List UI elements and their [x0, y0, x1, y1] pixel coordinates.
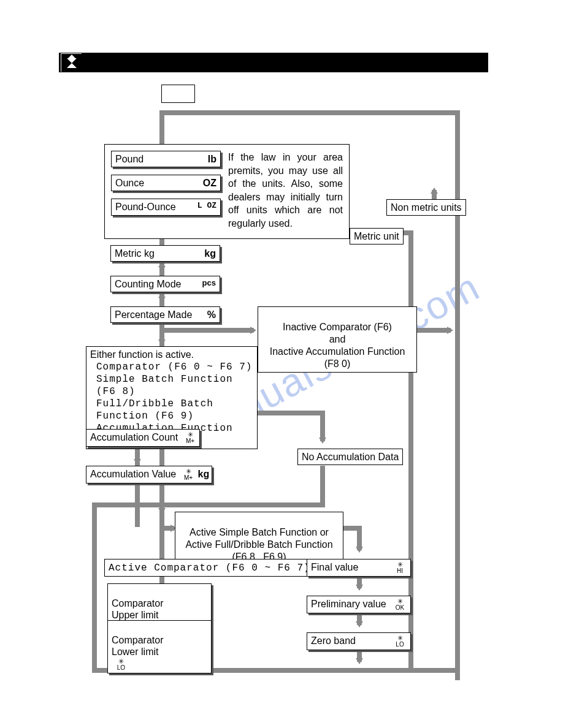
acc-value: Accumulation Value M+ kg [86, 466, 212, 483]
hi-icon-2: HI [393, 561, 407, 574]
unit-pound: Pound lb [111, 151, 221, 167]
unit-ounce-label: Ounce [115, 177, 144, 189]
small-empty-box [161, 85, 195, 103]
section-header-bar [59, 53, 488, 72]
page: manualshive.com [0, 0, 563, 728]
mplus-icon-2: M+ [182, 468, 195, 481]
kg-sym: kg [198, 469, 210, 479]
flowchart: Pound lb Ounce OZ Pound-Ounce L OZ [74, 110, 503, 692]
comp-lower: Comparator Lower limit LO [107, 620, 212, 673]
unit-counting-sym: pcs [202, 278, 216, 290]
units-info-box: Pound lb Ounce OZ Pound-Ounce L OZ [104, 144, 350, 239]
unit-pound-ounce: Pound-Ounce L OZ [111, 199, 221, 215]
units-info-text: If the law in your area premits, you may… [228, 151, 343, 230]
unit-percent: Percentage Made % [110, 306, 220, 323]
unit-counting-label: Counting Mode [115, 278, 182, 290]
unit-pound-ounce-sym: L OZ [197, 201, 216, 213]
inactive-functions: Inactive Comparator (F6) and Inactive Ac… [258, 306, 417, 373]
unit-percent-sym: % [207, 309, 216, 320]
active-comparator: Active Comparator (F6 0 ~ F6 7) [104, 559, 315, 577]
non-metric-label: Non metric units [386, 199, 466, 216]
either-active-l1: Comparator (F6 0 ~ F6 7) [96, 361, 253, 373]
active-batch: Active Simple Batch Function or Active F… [175, 512, 343, 566]
prelim-value: Preliminary value OK [307, 596, 411, 613]
lo-icon-2: LO [393, 635, 407, 648]
unit-kg-sym: kg [204, 248, 216, 259]
unit-counting: Counting Mode pcs [110, 276, 220, 292]
unit-ounce-sym: OZ [203, 177, 216, 189]
no-acc-data: No Accumulation Data [297, 449, 403, 465]
unit-percent-label: Percentage Made [115, 309, 192, 320]
either-active-title: Either function is active. [90, 349, 253, 361]
either-active-l3: Full/Dribble Batch Function (F6 9) [96, 398, 253, 422]
final-value: Final value HI [307, 559, 411, 577]
zero-band: Zero band LO [307, 632, 411, 650]
lo-icon: LO [114, 658, 128, 671]
unit-pound-ounce-label: Pound-Ounce [115, 201, 176, 213]
unit-kg-label: Metric kg [115, 248, 155, 259]
either-active-l2: Simple Batch Function (F6 8) [96, 373, 253, 398]
ok-icon: OK [393, 598, 407, 611]
unit-pound-sym: lb [208, 153, 216, 165]
metric-label: Metric unit [350, 228, 404, 245]
unit-ounce: Ounce OZ [111, 175, 221, 191]
mplus-icon: M+ [183, 431, 197, 444]
acc-count: Accumulation Count M+ [86, 429, 200, 447]
header-icon [60, 53, 82, 72]
unit-kg: Metric kg kg [110, 245, 220, 262]
unit-pound-label: Pound [115, 153, 144, 165]
